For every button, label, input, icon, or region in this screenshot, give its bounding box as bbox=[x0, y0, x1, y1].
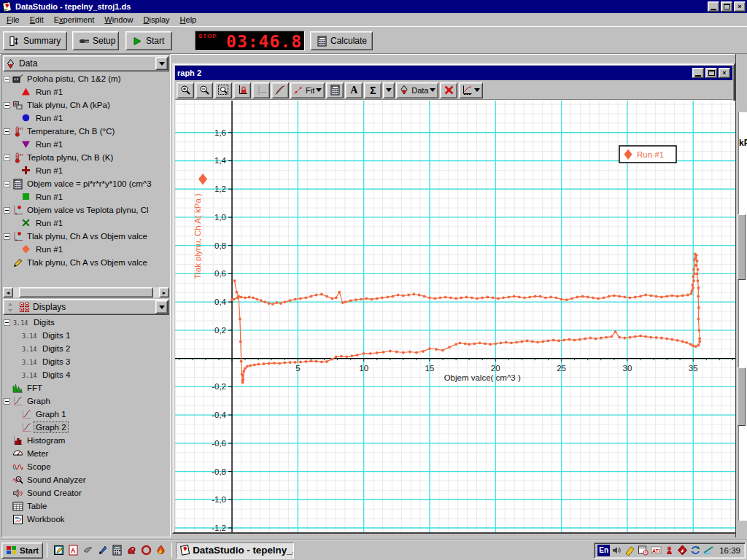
minimize-button[interactable] bbox=[708, 1, 719, 12]
displays-panel-header[interactable]: Displays bbox=[3, 299, 169, 315]
graph-minimize-button[interactable] bbox=[692, 68, 704, 78]
data-tree-item[interactable]: RTDTemperature, Ch B (°C) bbox=[2, 125, 170, 138]
calculate-button[interactable]: Calculate bbox=[310, 31, 373, 50]
data-panel-header[interactable]: Data bbox=[3, 55, 169, 71]
pen-tray-icon[interactable] bbox=[703, 545, 715, 556]
calculator-icon[interactable] bbox=[109, 543, 124, 558]
fit-menu-button[interactable]: Fit bbox=[290, 82, 325, 98]
display-item-label[interactable]: Digits 2 bbox=[41, 343, 71, 354]
data-tree-item[interactable]: Objem valce = pi*r*r*y*100 (cm^3 bbox=[2, 177, 170, 190]
plot-area[interactable]: 1,61,41,21,00,80,60,40,2-0,2-0,4-0,6-0,8… bbox=[175, 101, 735, 532]
run-item[interactable]: Run #1 bbox=[2, 164, 170, 177]
expand-collapse-icon[interactable] bbox=[4, 181, 10, 187]
menu-item-help[interactable]: Help bbox=[175, 14, 202, 26]
display-item-label[interactable]: Sound Analyzer bbox=[26, 475, 88, 485]
opera-icon[interactable] bbox=[139, 543, 153, 558]
app-title-bar[interactable]: DataStudio - tepelny_stroj1.ds × bbox=[0, 0, 747, 13]
expand-collapse-icon[interactable] bbox=[4, 398, 10, 405]
display-item-label[interactable]: Digits 3 bbox=[41, 357, 71, 367]
data-panel-dropdown[interactable] bbox=[155, 57, 168, 70]
keyboard-layout-indicator[interactable]: En bbox=[597, 545, 610, 556]
yellow-tool-icon[interactable] bbox=[624, 545, 636, 556]
run-label[interactable]: Run #1 bbox=[34, 113, 64, 123]
delete-button[interactable] bbox=[440, 82, 457, 98]
scheduler-icon[interactable] bbox=[637, 545, 649, 556]
scroll-right-icon[interactable]: ► bbox=[159, 287, 169, 298]
start-menu-button[interactable]: Start bbox=[1, 542, 43, 559]
display-item-label[interactable]: Graph bbox=[26, 396, 52, 406]
displays-tree-item-graph-1[interactable]: Graph 1 bbox=[2, 408, 170, 421]
display-item-label[interactable]: Graph 1 bbox=[34, 409, 68, 419]
menu-item-display[interactable]: Display bbox=[139, 14, 175, 26]
sync-arrows-icon[interactable] bbox=[689, 545, 702, 556]
red-mascot-icon[interactable] bbox=[663, 545, 676, 556]
text-annotation-button[interactable]: A bbox=[345, 82, 363, 98]
dragon-icon[interactable] bbox=[124, 543, 139, 558]
display-item-label[interactable]: Meter bbox=[26, 448, 50, 459]
ati-icon[interactable]: ATI bbox=[650, 545, 662, 556]
data-item-label[interactable]: Tlak plynu, Ch A vs Objem valce bbox=[26, 257, 149, 268]
data-tree-item[interactable]: Poloha pistu, Ch 1&2 (m) bbox=[2, 72, 170, 85]
data-tree-item[interactable]: RTDTeplota plynu, Ch B (K) bbox=[2, 151, 170, 164]
data-tree-hscrollbar[interactable]: ◄ ► bbox=[3, 287, 169, 298]
displays-tree-item-graph-2[interactable]: Graph 2 bbox=[2, 421, 170, 434]
data-item-label[interactable]: Objem valce = pi*r*r*y*100 (cm^3 bbox=[26, 179, 153, 189]
data-item-label[interactable]: Temperature, Ch B (°C) bbox=[26, 126, 116, 136]
displays-tree-item-workbook[interactable]: Workbook bbox=[2, 513, 170, 526]
menu-item-window[interactable]: Window bbox=[99, 14, 138, 26]
volume-icon[interactable] bbox=[611, 545, 623, 556]
close-button[interactable]: × bbox=[734, 1, 746, 12]
data-item-label[interactable]: Poloha pistu, Ch 1&2 (m) bbox=[26, 74, 122, 84]
start-button[interactable]: Start bbox=[125, 31, 172, 50]
calculate-button[interactable] bbox=[326, 82, 344, 98]
display-item-label[interactable]: Histogram bbox=[26, 435, 66, 446]
legend[interactable]: Run #1 bbox=[619, 146, 676, 163]
displays-tree-item-sound-analyzer[interactable]: Sound Analyzer bbox=[2, 473, 170, 486]
run-label[interactable]: Run #1 bbox=[34, 218, 64, 228]
data-item-label[interactable]: Tlak plynu, Ch A vs Objem valce bbox=[26, 231, 149, 241]
menu-item-file[interactable]: File bbox=[1, 14, 25, 26]
data-tree-item[interactable]: Tlak plynu, Ch A vs Objem valce bbox=[2, 256, 170, 269]
displays-tree-item-digits-4[interactable]: 3.14Digits 4 bbox=[2, 368, 170, 381]
summary-button[interactable]: Summary bbox=[3, 31, 67, 50]
run-item[interactable]: Run #1 bbox=[2, 243, 170, 256]
slope-tool-button[interactable] bbox=[271, 82, 289, 98]
statistics-button[interactable]: Σ bbox=[364, 82, 382, 98]
display-item-label[interactable]: Sound Creator bbox=[26, 488, 83, 498]
datastudio-task-button[interactable]: DataStudio - tepelny_... bbox=[176, 542, 294, 559]
graph-title-bar[interactable]: raph 2 × bbox=[175, 66, 732, 80]
scroll-left-icon[interactable]: ◄ bbox=[3, 287, 13, 298]
displays-tree-item-digits-3[interactable]: 3.14Digits 3 bbox=[2, 355, 170, 368]
displays-tree-item-graph[interactable]: Graph bbox=[2, 394, 170, 408]
maximize-button[interactable] bbox=[721, 1, 732, 12]
data-tree-item[interactable]: Tlak plynu, Ch A (kPa) bbox=[2, 98, 170, 112]
flame-icon[interactable] bbox=[153, 543, 168, 558]
run-item[interactable]: Run #1 bbox=[2, 217, 170, 230]
statistics-dropdown[interactable] bbox=[383, 82, 395, 98]
run-label[interactable]: Run #1 bbox=[34, 87, 64, 97]
setup-button[interactable]: Setup bbox=[72, 31, 119, 50]
displays-tree-item-table[interactable]: Table bbox=[2, 499, 170, 513]
run-item[interactable]: Run #1 bbox=[2, 112, 170, 125]
notepad-icon[interactable] bbox=[51, 543, 66, 558]
display-item-label[interactable]: FFT bbox=[26, 383, 44, 393]
run-label[interactable]: Run #1 bbox=[34, 244, 64, 254]
expand-collapse-icon[interactable] bbox=[4, 102, 10, 109]
display-item-label[interactable]: Digits 4 bbox=[41, 370, 71, 380]
expand-collapse-icon[interactable] bbox=[4, 207, 10, 214]
displays-tree-item-histogram[interactable]: Histogram bbox=[2, 434, 170, 447]
run-label[interactable]: Run #1 bbox=[34, 139, 64, 149]
expand-collapse-icon[interactable] bbox=[4, 155, 10, 161]
graph-close-button[interactable]: × bbox=[719, 68, 730, 78]
displays-tree-item-scope[interactable]: Scope bbox=[2, 460, 170, 473]
red-diamond-icon[interactable] bbox=[676, 545, 689, 556]
zoom-in-button[interactable] bbox=[177, 82, 194, 98]
expand-collapse-icon[interactable] bbox=[4, 76, 10, 82]
data-tree-item[interactable]: xTlak plynu, Ch A vs Objem valce bbox=[2, 230, 170, 243]
graph-settings-button[interactable] bbox=[459, 82, 483, 98]
data-menu-button[interactable]: Data bbox=[396, 82, 438, 98]
scroll-thumb[interactable] bbox=[19, 287, 153, 298]
displays-tree-item-digits-1[interactable]: 3.14Digits 1 bbox=[2, 329, 170, 342]
bird-icon[interactable] bbox=[80, 543, 95, 558]
display-item-label[interactable]: Workbook bbox=[26, 514, 66, 524]
